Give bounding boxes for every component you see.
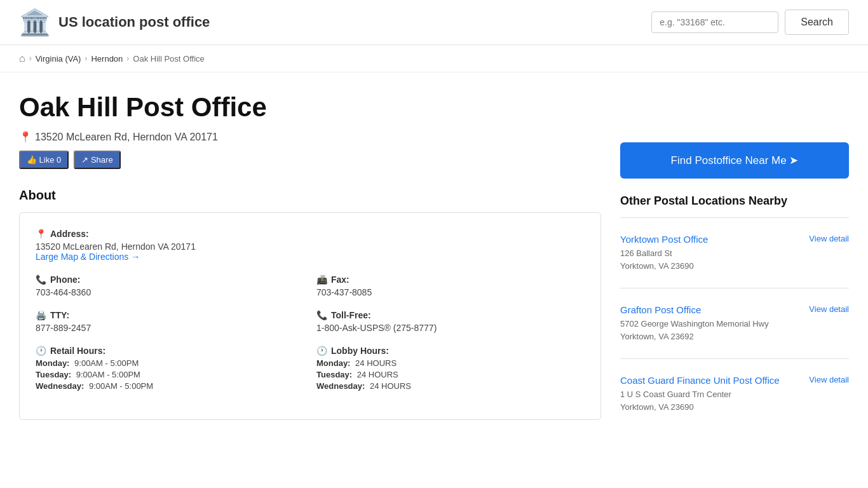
hours-time: 9:00AM - 5:00PM xyxy=(86,381,153,391)
nearby-item: Yorktown Post Office View detail 126 Bal… xyxy=(620,227,849,278)
nearby-item-header: Yorktown Post Office View detail xyxy=(620,234,849,245)
hours-day: Tuesday: xyxy=(36,370,71,379)
fax-label: 📠 Fax: xyxy=(316,274,585,285)
breadcrumb: ⌂ › Virginia (VA) › Herndon › Oak Hill P… xyxy=(0,45,868,72)
retail-hours-item: Wednesday: 9:00AM - 5:00PM xyxy=(36,381,304,391)
nearby-divider-top xyxy=(620,217,849,218)
clock-icon-lobby: 🕐 xyxy=(316,346,327,356)
clock-icon-retail: 🕐 xyxy=(36,346,46,356)
nearby-name-0[interactable]: Yorktown Post Office xyxy=(620,234,803,245)
address-row: 📍 Address: 13520 McLearen Rd, Herndon VA… xyxy=(36,229,585,262)
left-content: Oak Hill Post Office 📍 13520 McLearen Rd… xyxy=(19,92,601,420)
phone-value: 703-464-8360 xyxy=(36,287,304,297)
lobby-hours-item: Monday: 24 HOURS xyxy=(316,358,585,368)
hours-time: 24 HOURS xyxy=(355,370,398,379)
nearby-item: Coast Guard Finance Unit Post Office Vie… xyxy=(620,369,849,419)
tollfree-value: 1-800-Ask-USPS® (275-8777) xyxy=(316,323,585,333)
page-title: Oak Hill Post Office xyxy=(19,92,601,123)
fax-value: 703-437-8085 xyxy=(316,287,585,297)
phone-icon: 📞 xyxy=(36,274,46,285)
retail-hours-item: Monday: 9:00AM - 5:00PM xyxy=(36,358,304,368)
tty-label: 🖨️ TTY: xyxy=(36,310,304,320)
fb-share-button[interactable]: ↗ Share xyxy=(74,151,120,169)
breadcrumb-sep-2: › xyxy=(85,54,87,63)
hours-day: Monday: xyxy=(316,358,350,368)
view-detail-link-0[interactable]: View detail xyxy=(809,234,849,243)
search-button[interactable]: Search xyxy=(785,10,849,35)
breadcrumb-virginia[interactable]: Virginia (VA) xyxy=(36,54,81,64)
breadcrumb-current: Oak Hill Post Office xyxy=(133,54,204,64)
tty-row: 🖨️ TTY: 877-889-2457 xyxy=(36,310,304,333)
lobby-hours-list: Monday: 24 HOURSTuesday: 24 HOURSWednesd… xyxy=(316,358,585,391)
home-icon[interactable]: ⌂ xyxy=(19,53,25,64)
address-line: 📍 13520 McLearen Rd, Herndon VA 20171 xyxy=(19,131,601,143)
nearby-divider xyxy=(620,358,849,359)
nearby-item-header: Coast Guard Finance Unit Post Office Vie… xyxy=(620,375,849,386)
tty-value: 877-889-2457 xyxy=(36,323,304,333)
address-label: 📍 Address: xyxy=(36,229,585,239)
pin-icon: 📍 xyxy=(19,131,32,143)
nearby-list: Yorktown Post Office View detail 126 Bal… xyxy=(620,227,849,419)
nearby-name-2[interactable]: Coast Guard Finance Unit Post Office xyxy=(620,375,803,386)
hours-day: Wednesday: xyxy=(316,381,365,391)
nearby-addr-2: 1 U S Coast Guard Trn CenterYorktown, VA… xyxy=(620,388,849,413)
lobby-hours-label: 🕐 Lobby Hours: xyxy=(316,346,585,356)
address-value: 13520 McLearen Rd, Herndon VA 20171 xyxy=(36,241,585,252)
retail-hours-label: 🕐 Retail Hours: xyxy=(36,346,304,356)
tollfree-icon: 📞 xyxy=(316,310,327,320)
fb-buttons: 👍 Like 0 ↗ Share xyxy=(19,151,601,169)
view-detail-link-2[interactable]: View detail xyxy=(809,375,849,384)
phone-label: 📞 Phone: xyxy=(36,274,304,285)
lobby-hours-item: Tuesday: 24 HOURS xyxy=(316,370,585,379)
nearby-item: Grafton Post Office View detail 5702 Geo… xyxy=(620,298,849,349)
hours-time: 24 HOURS xyxy=(353,358,397,368)
pin-icon-2: 📍 xyxy=(36,229,46,239)
header-left: 🏛️ US location post office xyxy=(19,10,210,35)
header-right: Search xyxy=(651,10,849,35)
fax-icon: 📠 xyxy=(316,274,327,285)
right-sidebar: Find Postoffice Near Me ➤ Other Postal L… xyxy=(620,92,849,420)
breadcrumb-sep-1: › xyxy=(29,54,32,63)
hours-day: Tuesday: xyxy=(316,370,352,379)
address-text: 13520 McLearen Rd, Herndon VA 20171 xyxy=(35,132,218,143)
tty-icon: 🖨️ xyxy=(36,310,46,320)
view-detail-link-1[interactable]: View detail xyxy=(809,304,849,314)
about-section-title: About xyxy=(19,188,601,203)
breadcrumb-herndon[interactable]: Herndon xyxy=(91,54,123,64)
hours-time: 24 HOURS xyxy=(367,381,411,391)
hours-day: Monday: xyxy=(36,358,69,368)
hours-grid: 🕐 Retail Hours: Monday: 9:00AM - 5:00PMT… xyxy=(36,346,585,403)
nearby-name-1[interactable]: Grafton Post Office xyxy=(620,304,803,315)
site-logo-icon: 🏛️ xyxy=(19,10,51,35)
find-postoffice-button[interactable]: Find Postoffice Near Me ➤ xyxy=(620,142,849,179)
lobby-hours-item: Wednesday: 24 HOURS xyxy=(316,381,585,391)
tollfree-row: 📞 Toll-Free: 1-800-Ask-USPS® (275-8777) xyxy=(316,310,585,333)
retail-hours-row: 🕐 Retail Hours: Monday: 9:00AM - 5:00PMT… xyxy=(36,346,304,391)
tollfree-label: 📞 Toll-Free: xyxy=(316,310,585,320)
retail-hours-list: Monday: 9:00AM - 5:00PMTuesday: 9:00AM -… xyxy=(36,358,304,391)
retail-hours-item: Tuesday: 9:00AM - 5:00PM xyxy=(36,370,304,379)
site-title: US location post office xyxy=(58,14,210,30)
nearby-title: Other Postal Locations Nearby xyxy=(620,194,849,208)
header: 🏛️ US location post office Search xyxy=(0,0,868,45)
search-input[interactable] xyxy=(651,11,778,33)
lobby-hours-row: 🕐 Lobby Hours: Monday: 24 HOURSTuesday: … xyxy=(316,346,585,391)
map-directions-link[interactable]: Large Map & Directions → xyxy=(36,252,585,262)
info-card: 📍 Address: 13520 McLearen Rd, Herndon VA… xyxy=(19,212,601,420)
breadcrumb-sep-3: › xyxy=(126,54,129,63)
hours-time: 9:00AM - 5:00PM xyxy=(74,370,140,379)
hours-day: Wednesday: xyxy=(36,381,84,391)
phone-fax-grid: 📞 Phone: 703-464-8360 📠 Fax: 703-437-808… xyxy=(36,274,585,310)
phone-row: 📞 Phone: 703-464-8360 xyxy=(36,274,304,297)
hours-time: 9:00AM - 5:00PM xyxy=(72,358,139,368)
fax-row: 📠 Fax: 703-437-8085 xyxy=(316,274,585,297)
nearby-item-header: Grafton Post Office View detail xyxy=(620,304,849,315)
nearby-divider xyxy=(620,288,849,288)
tty-tollfree-grid: 🖨️ TTY: 877-889-2457 📞 Toll-Free: 1-800-… xyxy=(36,310,585,346)
main-container: Oak Hill Post Office 📍 13520 McLearen Rd… xyxy=(0,72,868,439)
fb-like-button[interactable]: 👍 Like 0 xyxy=(19,151,69,169)
nearby-addr-1: 5702 George Washington Memorial HwyYorkt… xyxy=(620,318,849,342)
nearby-addr-0: 126 Ballard StYorktown, VA 23690 xyxy=(620,247,849,272)
